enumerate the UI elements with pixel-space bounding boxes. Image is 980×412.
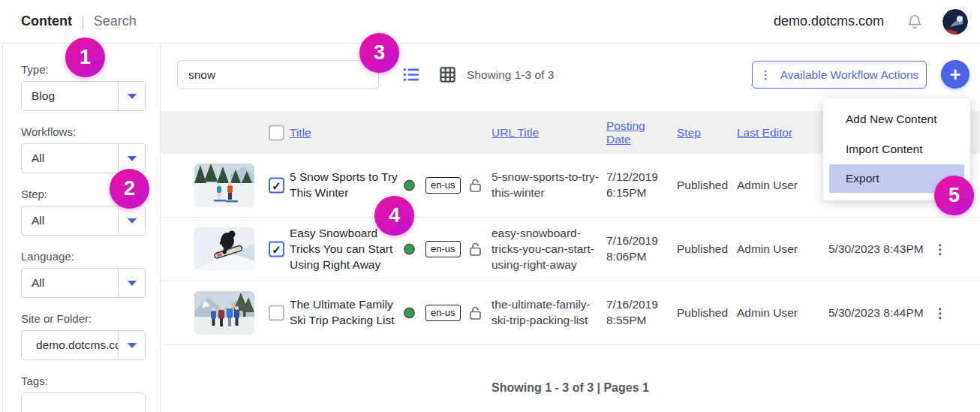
breadcrumb: Content | Search — [0, 14, 137, 29]
table-row[interactable]: The Ultimate Family Ski Trip Packing Lis… — [161, 281, 980, 345]
row-checkbox[interactable]: ✓ — [269, 178, 284, 194]
content-search-page: Content | Search demo.dotcms.com — [0, 0, 980, 412]
row-menu-kebab-icon[interactable]: ⋮ — [933, 242, 946, 257]
menu-item-add-new-content[interactable]: Add New Content — [823, 104, 970, 134]
published-status-dot — [404, 308, 415, 319]
row-url-title: the-ultimate-family-ski-trip-packing-lis… — [492, 297, 606, 329]
topbar-right: demo.dotcms.com — [774, 9, 980, 35]
row-checkbox[interactable] — [269, 305, 284, 321]
kebab-icon: ⋮ — [760, 68, 771, 82]
top-bar: Content | Search demo.dotcms.com — [0, 0, 980, 44]
row-step: Published — [677, 242, 737, 257]
results-summary: Showing 1-3 of 3 — [467, 68, 554, 82]
site-folder-select-value: demo.dotcms.com — [22, 331, 118, 359]
row-title[interactable]: The Ultimate Family Ski Trip Packing Lis… — [290, 297, 404, 329]
filter-site-folder-label: Site or Folder: — [21, 312, 146, 325]
type-select-value: Blog — [22, 82, 118, 110]
row-thumbnail-snowboarder[interactable] — [194, 227, 254, 271]
row-last-modified: 5/30/2023 8:43PM — [828, 242, 933, 257]
row-url-title: 5-snow-sports-to-try-this-winter — [492, 170, 606, 201]
chevron-down-icon — [128, 94, 137, 99]
chevron-down-icon — [128, 281, 137, 286]
add-content-button[interactable]: + — [941, 60, 969, 89]
row-last-editor: Admin User — [737, 178, 819, 194]
filter-language-label: Language: — [21, 250, 146, 263]
site-folder-select[interactable]: demo.dotcms.com — [21, 330, 146, 360]
row-url-title: easy-snowboard-tricks-you-can-start-usin… — [492, 226, 606, 273]
row-thumbnail-family-ski[interactable] — [194, 291, 254, 335]
select-all-checkbox[interactable] — [269, 125, 284, 140]
row-title[interactable]: 5 Snow Sports to Try This Winter — [290, 170, 404, 201]
grid-view-icon[interactable] — [439, 66, 456, 83]
pagination-summary: Showing 1 - 3 of 3 | Pages 1 — [161, 381, 980, 395]
row-last-editor: Admin User — [737, 242, 819, 257]
unlocked-icon — [469, 179, 482, 193]
annotation-badge-1: 1 — [65, 38, 105, 77]
language-select-value: All — [22, 269, 118, 297]
type-select-arrow[interactable] — [118, 82, 145, 110]
column-header-url-title[interactable]: URL Title — [492, 126, 606, 140]
row-posting-date: 7/16/2019 8:06PM — [606, 233, 660, 265]
type-select[interactable]: Blog — [21, 81, 146, 111]
app-title: Content — [21, 14, 72, 29]
column-header-step[interactable]: Step — [677, 126, 737, 140]
filter-workflows: Workflows: All — [21, 125, 146, 173]
language-badge: en-us — [425, 177, 461, 194]
language-badge: en-us — [425, 305, 461, 321]
filter-workflows-label: Workflows: — [21, 125, 146, 138]
site-folder-select-arrow[interactable] — [118, 331, 145, 359]
workflows-select-value: All — [22, 144, 118, 173]
tags-input[interactable] — [21, 392, 146, 412]
workflow-actions-button[interactable]: ⋮ Available Workflow Actions — [752, 61, 927, 89]
table-row[interactable]: ✓ Easy Snowboard Tricks You can Start Us… — [161, 218, 980, 281]
section-title: Search — [94, 14, 137, 29]
row-posting-date: 7/12/2019 6:15PM — [606, 170, 660, 201]
chevron-down-icon — [128, 343, 137, 348]
unlocked-icon — [469, 306, 482, 320]
row-posting-date: 7/16/2019 8:55PM — [606, 297, 660, 329]
published-status-dot — [404, 244, 415, 255]
chevron-down-icon — [128, 218, 137, 224]
published-status-dot — [404, 180, 415, 191]
step-select-value: All — [22, 206, 118, 235]
language-badge: en-us — [425, 241, 461, 257]
row-last-modified: 5/30/2023 8:44PM — [828, 305, 933, 321]
language-select-arrow[interactable] — [118, 269, 145, 297]
row-thumbnail-ski-sports[interactable] — [194, 164, 254, 207]
unlocked-icon — [469, 242, 482, 257]
search-input[interactable] — [177, 60, 379, 89]
annotation-badge-5: 5 — [934, 176, 974, 215]
column-header-posting-date[interactable]: Posting Date — [606, 119, 660, 146]
column-header-title[interactable]: Title — [290, 126, 404, 140]
column-header-last-editor[interactable]: Last Editor — [737, 126, 819, 140]
language-select[interactable]: All — [21, 268, 146, 298]
breadcrumb-divider: | — [81, 14, 85, 29]
annotation-badge-3: 3 — [359, 33, 399, 73]
row-last-editor: Admin User — [737, 305, 819, 321]
row-checkbox[interactable]: ✓ — [269, 242, 284, 257]
filters-sidebar: Type: Blog Workflows: All Step: All Lang… — [3, 44, 161, 412]
step-select[interactable]: All — [21, 206, 146, 236]
row-menu-kebab-icon[interactable]: ⋮ — [933, 305, 946, 321]
filter-language: Language: All — [21, 250, 146, 298]
user-avatar[interactable] — [942, 9, 968, 35]
row-step: Published — [677, 178, 737, 194]
list-view-icon[interactable] — [402, 66, 419, 83]
filter-tags-label: Tags: — [21, 374, 146, 387]
row-step: Published — [677, 305, 737, 321]
site-name[interactable]: demo.dotcms.com — [774, 14, 884, 29]
annotation-badge-4: 4 — [374, 196, 414, 236]
notifications-bell-icon[interactable] — [906, 14, 923, 30]
filter-site-folder: Site or Folder: demo.dotcms.com — [21, 312, 146, 360]
annotation-badge-2: 2 — [110, 169, 149, 209]
menu-item-import-content[interactable]: Import Content — [823, 134, 970, 164]
workflow-actions-label: Available Workflow Actions — [780, 68, 919, 82]
chevron-down-icon — [128, 156, 137, 161]
step-select-arrow[interactable] — [118, 206, 145, 235]
filter-tags: Tags: — [21, 374, 146, 412]
